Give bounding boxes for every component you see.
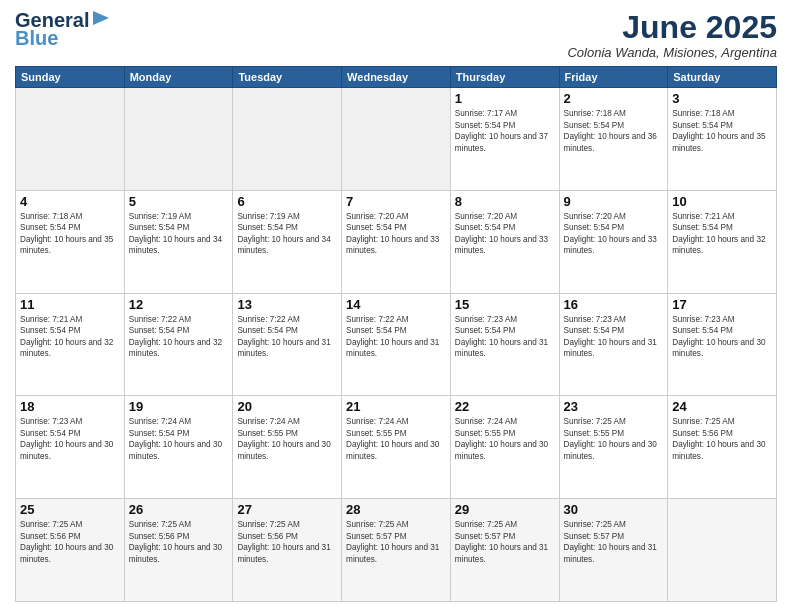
- day-info: Sunrise: 7:18 AM Sunset: 5:54 PM Dayligh…: [20, 211, 120, 257]
- calendar-cell: 5 Sunrise: 7:19 AM Sunset: 5:54 PM Dayli…: [124, 190, 233, 293]
- day-info: Sunrise: 7:19 AM Sunset: 5:54 PM Dayligh…: [237, 211, 337, 257]
- calendar-cell: 14 Sunrise: 7:22 AM Sunset: 5:54 PM Dayl…: [342, 293, 451, 396]
- day-info: Sunrise: 7:25 AM Sunset: 5:55 PM Dayligh…: [564, 416, 664, 462]
- day-info: Sunrise: 7:25 AM Sunset: 5:57 PM Dayligh…: [455, 519, 555, 565]
- calendar-cell: [124, 88, 233, 191]
- day-number: 25: [20, 502, 120, 517]
- col-tuesday: Tuesday: [233, 67, 342, 88]
- day-info: Sunrise: 7:22 AM Sunset: 5:54 PM Dayligh…: [237, 314, 337, 360]
- calendar-cell: 9 Sunrise: 7:20 AM Sunset: 5:54 PM Dayli…: [559, 190, 668, 293]
- calendar-cell: 2 Sunrise: 7:18 AM Sunset: 5:54 PM Dayli…: [559, 88, 668, 191]
- calendar-week-row: 18 Sunrise: 7:23 AM Sunset: 5:54 PM Dayl…: [16, 396, 777, 499]
- col-friday: Friday: [559, 67, 668, 88]
- calendar-week-row: 1 Sunrise: 7:17 AM Sunset: 5:54 PM Dayli…: [16, 88, 777, 191]
- day-number: 20: [237, 399, 337, 414]
- calendar-cell: 13 Sunrise: 7:22 AM Sunset: 5:54 PM Dayl…: [233, 293, 342, 396]
- day-number: 4: [20, 194, 120, 209]
- day-number: 8: [455, 194, 555, 209]
- calendar-cell: [342, 88, 451, 191]
- day-number: 21: [346, 399, 446, 414]
- calendar-cell: [668, 499, 777, 602]
- day-number: 6: [237, 194, 337, 209]
- logo: General Blue: [15, 10, 113, 48]
- day-info: Sunrise: 7:24 AM Sunset: 5:54 PM Dayligh…: [129, 416, 229, 462]
- day-number: 13: [237, 297, 337, 312]
- calendar-week-row: 11 Sunrise: 7:21 AM Sunset: 5:54 PM Dayl…: [16, 293, 777, 396]
- page: General Blue June 2025 Colonia Wanda, Mi…: [0, 0, 792, 612]
- day-number: 5: [129, 194, 229, 209]
- day-number: 11: [20, 297, 120, 312]
- calendar-cell: 18 Sunrise: 7:23 AM Sunset: 5:54 PM Dayl…: [16, 396, 125, 499]
- calendar-cell: 4 Sunrise: 7:18 AM Sunset: 5:54 PM Dayli…: [16, 190, 125, 293]
- day-info: Sunrise: 7:25 AM Sunset: 5:57 PM Dayligh…: [346, 519, 446, 565]
- day-number: 24: [672, 399, 772, 414]
- day-number: 1: [455, 91, 555, 106]
- day-number: 3: [672, 91, 772, 106]
- day-info: Sunrise: 7:20 AM Sunset: 5:54 PM Dayligh…: [564, 211, 664, 257]
- col-saturday: Saturday: [668, 67, 777, 88]
- day-info: Sunrise: 7:18 AM Sunset: 5:54 PM Dayligh…: [672, 108, 772, 154]
- calendar-cell: 6 Sunrise: 7:19 AM Sunset: 5:54 PM Dayli…: [233, 190, 342, 293]
- day-number: 29: [455, 502, 555, 517]
- day-info: Sunrise: 7:20 AM Sunset: 5:54 PM Dayligh…: [346, 211, 446, 257]
- calendar-cell: 24 Sunrise: 7:25 AM Sunset: 5:56 PM Dayl…: [668, 396, 777, 499]
- day-info: Sunrise: 7:25 AM Sunset: 5:57 PM Dayligh…: [564, 519, 664, 565]
- day-number: 28: [346, 502, 446, 517]
- day-info: Sunrise: 7:25 AM Sunset: 5:56 PM Dayligh…: [672, 416, 772, 462]
- day-info: Sunrise: 7:20 AM Sunset: 5:54 PM Dayligh…: [455, 211, 555, 257]
- calendar-cell: 27 Sunrise: 7:25 AM Sunset: 5:56 PM Dayl…: [233, 499, 342, 602]
- day-info: Sunrise: 7:21 AM Sunset: 5:54 PM Dayligh…: [672, 211, 772, 257]
- col-wednesday: Wednesday: [342, 67, 451, 88]
- calendar-cell: 23 Sunrise: 7:25 AM Sunset: 5:55 PM Dayl…: [559, 396, 668, 499]
- calendar-cell: 15 Sunrise: 7:23 AM Sunset: 5:54 PM Dayl…: [450, 293, 559, 396]
- day-number: 26: [129, 502, 229, 517]
- day-number: 16: [564, 297, 664, 312]
- calendar-cell: [16, 88, 125, 191]
- calendar-cell: 20 Sunrise: 7:24 AM Sunset: 5:55 PM Dayl…: [233, 396, 342, 499]
- calendar-cell: 16 Sunrise: 7:23 AM Sunset: 5:54 PM Dayl…: [559, 293, 668, 396]
- day-info: Sunrise: 7:24 AM Sunset: 5:55 PM Dayligh…: [346, 416, 446, 462]
- logo-blue: Blue: [15, 28, 58, 48]
- day-info: Sunrise: 7:22 AM Sunset: 5:54 PM Dayligh…: [129, 314, 229, 360]
- day-number: 12: [129, 297, 229, 312]
- day-number: 19: [129, 399, 229, 414]
- calendar-cell: 7 Sunrise: 7:20 AM Sunset: 5:54 PM Dayli…: [342, 190, 451, 293]
- day-number: 9: [564, 194, 664, 209]
- month-title: June 2025: [567, 10, 777, 45]
- day-info: Sunrise: 7:23 AM Sunset: 5:54 PM Dayligh…: [455, 314, 555, 360]
- calendar-cell: 21 Sunrise: 7:24 AM Sunset: 5:55 PM Dayl…: [342, 396, 451, 499]
- day-info: Sunrise: 7:25 AM Sunset: 5:56 PM Dayligh…: [20, 519, 120, 565]
- day-number: 17: [672, 297, 772, 312]
- calendar-week-row: 4 Sunrise: 7:18 AM Sunset: 5:54 PM Dayli…: [16, 190, 777, 293]
- col-thursday: Thursday: [450, 67, 559, 88]
- calendar-cell: 29 Sunrise: 7:25 AM Sunset: 5:57 PM Dayl…: [450, 499, 559, 602]
- calendar-cell: 19 Sunrise: 7:24 AM Sunset: 5:54 PM Dayl…: [124, 396, 233, 499]
- day-number: 22: [455, 399, 555, 414]
- day-info: Sunrise: 7:21 AM Sunset: 5:54 PM Dayligh…: [20, 314, 120, 360]
- day-info: Sunrise: 7:25 AM Sunset: 5:56 PM Dayligh…: [129, 519, 229, 565]
- day-info: Sunrise: 7:18 AM Sunset: 5:54 PM Dayligh…: [564, 108, 664, 154]
- day-info: Sunrise: 7:22 AM Sunset: 5:54 PM Dayligh…: [346, 314, 446, 360]
- calendar-cell: 10 Sunrise: 7:21 AM Sunset: 5:54 PM Dayl…: [668, 190, 777, 293]
- calendar-cell: 26 Sunrise: 7:25 AM Sunset: 5:56 PM Dayl…: [124, 499, 233, 602]
- day-info: Sunrise: 7:24 AM Sunset: 5:55 PM Dayligh…: [237, 416, 337, 462]
- day-info: Sunrise: 7:17 AM Sunset: 5:54 PM Dayligh…: [455, 108, 555, 154]
- location: Colonia Wanda, Misiones, Argentina: [567, 45, 777, 60]
- calendar-cell: 30 Sunrise: 7:25 AM Sunset: 5:57 PM Dayl…: [559, 499, 668, 602]
- day-number: 30: [564, 502, 664, 517]
- calendar-cell: [233, 88, 342, 191]
- calendar-week-row: 25 Sunrise: 7:25 AM Sunset: 5:56 PM Dayl…: [16, 499, 777, 602]
- day-number: 14: [346, 297, 446, 312]
- day-info: Sunrise: 7:23 AM Sunset: 5:54 PM Dayligh…: [672, 314, 772, 360]
- day-info: Sunrise: 7:19 AM Sunset: 5:54 PM Dayligh…: [129, 211, 229, 257]
- calendar-table: Sunday Monday Tuesday Wednesday Thursday…: [15, 66, 777, 602]
- calendar-cell: 11 Sunrise: 7:21 AM Sunset: 5:54 PM Dayl…: [16, 293, 125, 396]
- col-sunday: Sunday: [16, 67, 125, 88]
- day-info: Sunrise: 7:25 AM Sunset: 5:56 PM Dayligh…: [237, 519, 337, 565]
- calendar-cell: 8 Sunrise: 7:20 AM Sunset: 5:54 PM Dayli…: [450, 190, 559, 293]
- day-info: Sunrise: 7:23 AM Sunset: 5:54 PM Dayligh…: [20, 416, 120, 462]
- logo-flag-icon: [91, 9, 113, 27]
- day-number: 15: [455, 297, 555, 312]
- day-number: 7: [346, 194, 446, 209]
- calendar-header-row: Sunday Monday Tuesday Wednesday Thursday…: [16, 67, 777, 88]
